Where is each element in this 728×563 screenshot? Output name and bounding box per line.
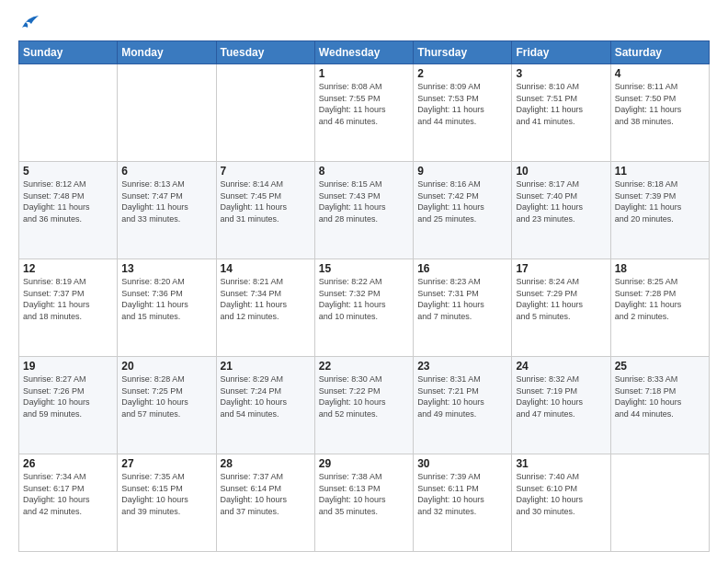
day-number: 28: [221, 457, 311, 470]
calendar-cell: 5Sunrise: 8:12 AM Sunset: 7:48 PM Daylig…: [19, 162, 118, 259]
calendar-cell: 10Sunrise: 8:17 AM Sunset: 7:40 PM Dayli…: [512, 162, 610, 259]
calendar-week-row: 19Sunrise: 8:27 AM Sunset: 7:26 PM Dayli…: [19, 357, 710, 454]
day-info: Sunrise: 8:14 AM Sunset: 7:45 PM Dayligh…: [221, 178, 311, 224]
weekday-header-thursday: Thursday: [414, 41, 512, 64]
calendar-cell: 4Sunrise: 8:11 AM Sunset: 7:50 PM Daylig…: [610, 64, 709, 162]
day-info: Sunrise: 8:25 AM Sunset: 7:28 PM Dayligh…: [615, 276, 705, 322]
calendar-week-row: 5Sunrise: 8:12 AM Sunset: 7:48 PM Daylig…: [19, 162, 710, 259]
day-info: Sunrise: 8:22 AM Sunset: 7:32 PM Dayligh…: [319, 276, 409, 322]
day-number: 5: [23, 165, 113, 178]
calendar-header-row: SundayMondayTuesdayWednesdayThursdayFrid…: [19, 41, 710, 64]
day-number: 1: [319, 67, 409, 80]
day-number: 24: [516, 360, 606, 373]
day-number: 19: [23, 360, 113, 373]
day-number: 31: [516, 457, 606, 470]
day-number: 22: [319, 360, 409, 373]
day-info: Sunrise: 8:29 AM Sunset: 7:24 PM Dayligh…: [221, 373, 311, 419]
day-info: Sunrise: 8:16 AM Sunset: 7:42 PM Dayligh…: [417, 178, 507, 224]
day-number: 7: [221, 165, 311, 178]
calendar-cell: [19, 64, 118, 162]
calendar-week-row: 1Sunrise: 8:08 AM Sunset: 7:55 PM Daylig…: [19, 64, 710, 162]
day-number: 18: [615, 262, 705, 275]
day-info: Sunrise: 8:18 AM Sunset: 7:39 PM Dayligh…: [615, 178, 705, 224]
calendar-cell: 17Sunrise: 8:24 AM Sunset: 7:29 PM Dayli…: [512, 259, 610, 357]
calendar-cell: [216, 64, 314, 162]
day-info: Sunrise: 8:10 AM Sunset: 7:51 PM Dayligh…: [516, 81, 606, 127]
day-number: 12: [23, 262, 113, 275]
calendar-cell: [118, 64, 216, 162]
calendar-cell: 24Sunrise: 8:32 AM Sunset: 7:19 PM Dayli…: [512, 357, 610, 454]
day-number: 26: [23, 457, 113, 470]
day-number: 8: [319, 165, 409, 178]
day-number: 20: [121, 360, 211, 373]
day-number: 30: [417, 457, 507, 470]
calendar-cell: 25Sunrise: 8:33 AM Sunset: 7:18 PM Dayli…: [610, 357, 709, 454]
logo: [18, 15, 40, 31]
weekday-header-tuesday: Tuesday: [216, 41, 314, 64]
header: [18, 15, 710, 31]
day-info: Sunrise: 8:12 AM Sunset: 7:48 PM Dayligh…: [23, 178, 113, 224]
day-info: Sunrise: 8:15 AM Sunset: 7:43 PM Dayligh…: [319, 178, 409, 224]
calendar-cell: 3Sunrise: 8:10 AM Sunset: 7:51 PM Daylig…: [512, 64, 610, 162]
day-info: Sunrise: 8:31 AM Sunset: 7:21 PM Dayligh…: [417, 373, 507, 419]
day-info: Sunrise: 8:21 AM Sunset: 7:34 PM Dayligh…: [221, 276, 311, 322]
day-info: Sunrise: 7:35 AM Sunset: 6:15 PM Dayligh…: [121, 471, 211, 517]
day-info: Sunrise: 8:08 AM Sunset: 7:55 PM Dayligh…: [319, 81, 409, 127]
calendar-cell: 16Sunrise: 8:23 AM Sunset: 7:31 PM Dayli…: [414, 259, 512, 357]
day-number: 2: [417, 67, 507, 80]
day-info: Sunrise: 8:11 AM Sunset: 7:50 PM Dayligh…: [615, 81, 705, 127]
day-info: Sunrise: 8:13 AM Sunset: 7:47 PM Dayligh…: [121, 178, 211, 224]
day-info: Sunrise: 8:17 AM Sunset: 7:40 PM Dayligh…: [516, 178, 606, 224]
day-info: Sunrise: 8:09 AM Sunset: 7:53 PM Dayligh…: [417, 81, 507, 127]
day-number: 4: [615, 67, 705, 80]
day-info: Sunrise: 8:32 AM Sunset: 7:19 PM Dayligh…: [516, 373, 606, 419]
day-number: 6: [121, 165, 211, 178]
calendar-cell: 23Sunrise: 8:31 AM Sunset: 7:21 PM Dayli…: [414, 357, 512, 454]
day-number: 25: [615, 360, 705, 373]
calendar-cell: 22Sunrise: 8:30 AM Sunset: 7:22 PM Dayli…: [314, 357, 413, 454]
calendar-week-row: 26Sunrise: 7:34 AM Sunset: 6:17 PM Dayli…: [19, 454, 710, 552]
day-number: 15: [319, 262, 409, 275]
day-info: Sunrise: 8:23 AM Sunset: 7:31 PM Dayligh…: [417, 276, 507, 322]
weekday-header-wednesday: Wednesday: [314, 41, 413, 64]
calendar-cell: 13Sunrise: 8:20 AM Sunset: 7:36 PM Dayli…: [118, 259, 216, 357]
calendar-week-row: 12Sunrise: 8:19 AM Sunset: 7:37 PM Dayli…: [19, 259, 710, 357]
weekday-header-monday: Monday: [118, 41, 216, 64]
day-number: 13: [121, 262, 211, 275]
calendar-cell: 31Sunrise: 7:40 AM Sunset: 6:10 PM Dayli…: [512, 454, 610, 552]
day-info: Sunrise: 7:38 AM Sunset: 6:13 PM Dayligh…: [319, 471, 409, 517]
calendar-cell: 30Sunrise: 7:39 AM Sunset: 6:11 PM Dayli…: [414, 454, 512, 552]
calendar-cell: 29Sunrise: 7:38 AM Sunset: 6:13 PM Dayli…: [314, 454, 413, 552]
day-number: 10: [516, 165, 606, 178]
calendar-cell: 9Sunrise: 8:16 AM Sunset: 7:42 PM Daylig…: [414, 162, 512, 259]
calendar-cell: 15Sunrise: 8:22 AM Sunset: 7:32 PM Dayli…: [314, 259, 413, 357]
day-info: Sunrise: 7:37 AM Sunset: 6:14 PM Dayligh…: [221, 471, 311, 517]
day-info: Sunrise: 7:39 AM Sunset: 6:11 PM Dayligh…: [417, 471, 507, 517]
calendar-cell: 14Sunrise: 8:21 AM Sunset: 7:34 PM Dayli…: [216, 259, 314, 357]
calendar-cell: [610, 454, 709, 552]
logo-bird-icon: [20, 15, 40, 31]
day-info: Sunrise: 7:40 AM Sunset: 6:10 PM Dayligh…: [516, 471, 606, 517]
calendar-table: SundayMondayTuesdayWednesdayThursdayFrid…: [18, 40, 710, 552]
calendar-cell: 7Sunrise: 8:14 AM Sunset: 7:45 PM Daylig…: [216, 162, 314, 259]
day-info: Sunrise: 8:30 AM Sunset: 7:22 PM Dayligh…: [319, 373, 409, 419]
calendar-cell: 27Sunrise: 7:35 AM Sunset: 6:15 PM Dayli…: [118, 454, 216, 552]
calendar-cell: 20Sunrise: 8:28 AM Sunset: 7:25 PM Dayli…: [118, 357, 216, 454]
day-number: 29: [319, 457, 409, 470]
day-info: Sunrise: 8:24 AM Sunset: 7:29 PM Dayligh…: [516, 276, 606, 322]
calendar-cell: 6Sunrise: 8:13 AM Sunset: 7:47 PM Daylig…: [118, 162, 216, 259]
weekday-header-sunday: Sunday: [19, 41, 118, 64]
day-info: Sunrise: 7:34 AM Sunset: 6:17 PM Dayligh…: [23, 471, 113, 517]
day-number: 16: [417, 262, 507, 275]
day-info: Sunrise: 8:33 AM Sunset: 7:18 PM Dayligh…: [615, 373, 705, 419]
day-number: 14: [221, 262, 311, 275]
calendar-cell: 2Sunrise: 8:09 AM Sunset: 7:53 PM Daylig…: [414, 64, 512, 162]
calendar-cell: 11Sunrise: 8:18 AM Sunset: 7:39 PM Dayli…: [610, 162, 709, 259]
day-info: Sunrise: 8:28 AM Sunset: 7:25 PM Dayligh…: [121, 373, 211, 419]
day-number: 23: [417, 360, 507, 373]
calendar-cell: 8Sunrise: 8:15 AM Sunset: 7:43 PM Daylig…: [314, 162, 413, 259]
calendar-cell: 26Sunrise: 7:34 AM Sunset: 6:17 PM Dayli…: [19, 454, 118, 552]
day-number: 3: [516, 67, 606, 80]
calendar-cell: 1Sunrise: 8:08 AM Sunset: 7:55 PM Daylig…: [314, 64, 413, 162]
day-info: Sunrise: 8:19 AM Sunset: 7:37 PM Dayligh…: [23, 276, 113, 322]
